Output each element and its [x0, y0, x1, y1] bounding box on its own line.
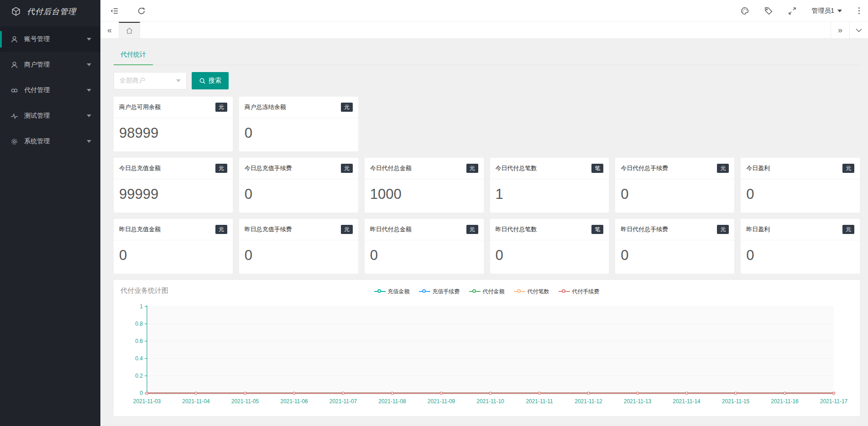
- card-title: 昨日代付总手续费: [621, 225, 668, 234]
- fullscreen-icon[interactable]: [788, 6, 797, 16]
- tabbar: « »: [100, 22, 868, 39]
- card-value: 0: [615, 240, 734, 274]
- tabs-menu-icon[interactable]: [849, 22, 868, 38]
- refresh-icon[interactable]: [137, 6, 146, 16]
- svg-text:2021-11-12: 2021-11-12: [575, 398, 602, 405]
- sidebar-item-label: 测试管理: [24, 112, 50, 120]
- stat-card: 昨日代付总手续费元 0: [615, 219, 734, 274]
- collapse-sidebar-icon[interactable]: [110, 6, 120, 16]
- svg-text:0.2: 0.2: [135, 373, 143, 379]
- legend-item[interactable]: 充值金额: [374, 288, 410, 296]
- card-title: 今日代付总金额: [370, 164, 412, 172]
- cards-row-1: 商户总可用余额元 98999 商户总冻结余额元 0: [114, 97, 860, 151]
- legend-label: 充值金额: [388, 288, 410, 296]
- stat-card: 今日代付总笔数笔 1: [490, 158, 609, 213]
- tabs-scroll-left-icon[interactable]: «: [100, 22, 119, 38]
- card-value: 0: [490, 240, 609, 274]
- card-value: 0: [615, 179, 734, 213]
- tag-icon[interactable]: [764, 6, 773, 16]
- chevron-down-icon: [87, 38, 91, 41]
- sidebar-item-label: 商户管理: [24, 61, 50, 69]
- chart-title: 代付业务统计图: [120, 286, 168, 295]
- card-value: 0: [239, 240, 358, 274]
- chart-panel: 代付业务统计图 充值金额充值手续费代付金额代付笔数代付手续费 00.20.40.…: [114, 280, 860, 416]
- user-icon: [10, 36, 18, 43]
- unit-badge: 元: [717, 164, 729, 173]
- merchant-select[interactable]: 全部商户: [114, 72, 187, 89]
- main-area: 管理员1 « » 代付统计 全部商户 搜索: [100, 0, 868, 426]
- app-title: 代付后台管理: [27, 6, 76, 17]
- home-icon: [125, 27, 133, 35]
- sidebar-item-merchant[interactable]: 商户管理: [0, 52, 100, 78]
- unit-badge: 元: [717, 225, 729, 234]
- unit-badge: 元: [842, 225, 854, 234]
- chevron-down-icon: [87, 63, 91, 66]
- legend-marker-icon: [419, 289, 430, 294]
- line-chart: 00.20.40.60.812021-11-032021-11-042021-1…: [122, 302, 861, 410]
- stat-card: 今日代付总手续费元 0: [615, 158, 734, 213]
- svg-text:2021-11-13: 2021-11-13: [624, 398, 652, 405]
- svg-text:2021-11-16: 2021-11-16: [771, 398, 799, 405]
- svg-text:0: 0: [140, 390, 143, 396]
- card-title: 昨日总充值手续费: [245, 225, 292, 234]
- card-value: 99999: [114, 179, 233, 213]
- card-title: 昨日代付总金额: [370, 225, 412, 234]
- admin-menu[interactable]: 管理员1: [811, 7, 842, 15]
- svg-text:0.6: 0.6: [135, 338, 143, 344]
- stat-card: 昨日盈利元 0: [741, 219, 860, 274]
- svg-text:2021-11-14: 2021-11-14: [673, 398, 701, 405]
- unit-badge: 笔: [591, 164, 603, 173]
- card-value: 0: [741, 240, 860, 274]
- stat-card: 商户总可用余额元 98999: [114, 97, 233, 151]
- sidebar-item-system[interactable]: 系统管理: [0, 129, 100, 154]
- chevron-down-icon: [87, 114, 91, 117]
- filter-row: 全部商户 搜索: [114, 72, 860, 89]
- tabs-scroll-right-icon[interactable]: »: [831, 22, 849, 38]
- card-value: 0: [365, 240, 484, 274]
- search-button[interactable]: 搜索: [192, 72, 229, 89]
- sidebar-item-payment[interactable]: 代付管理: [0, 78, 100, 103]
- legend-marker-icon: [514, 289, 525, 294]
- legend-item[interactable]: 代付手续费: [559, 288, 600, 296]
- merchant-select-placeholder: 全部商户: [120, 77, 145, 85]
- admin-name: 管理员1: [811, 7, 834, 15]
- tab-payment-stats[interactable]: 代付统计: [114, 51, 153, 65]
- unit-badge: 元: [466, 164, 478, 173]
- svg-text:2021-11-11: 2021-11-11: [526, 398, 553, 405]
- card-value: 0: [741, 179, 860, 213]
- legend-item[interactable]: 代付金额: [469, 288, 505, 296]
- more-options-icon[interactable]: [857, 6, 862, 15]
- merchant-icon: [10, 61, 18, 69]
- legend-label: 代付金额: [483, 288, 505, 296]
- cube-icon: [11, 6, 21, 16]
- stat-card: 昨日总充值手续费元 0: [239, 219, 358, 274]
- card-value: 0: [239, 179, 358, 213]
- unit-badge: 元: [842, 164, 854, 173]
- legend-marker-icon: [374, 289, 386, 294]
- chevron-down-icon: [87, 140, 91, 143]
- unit-badge: 元: [215, 103, 227, 112]
- unit-badge: 元: [341, 225, 353, 234]
- legend-item[interactable]: 代付笔数: [514, 288, 549, 296]
- sidebar-item-account[interactable]: 账号管理: [0, 26, 100, 52]
- card-title: 昨日盈利: [746, 225, 770, 234]
- sidebar-item-label: 账号管理: [24, 35, 50, 43]
- pulse-icon: [10, 112, 18, 120]
- unit-badge: 元: [215, 225, 227, 234]
- unit-badge: 笔: [591, 225, 603, 234]
- theme-palette-icon[interactable]: [740, 6, 749, 16]
- legend-label: 代付手续费: [572, 288, 600, 296]
- link-icon: [10, 87, 18, 94]
- unit-badge: 元: [341, 103, 353, 112]
- stat-card: 今日总充值手续费元 0: [239, 158, 358, 213]
- sidebar-item-test[interactable]: 测试管理: [0, 103, 100, 129]
- topbar: 管理员1: [100, 0, 868, 22]
- chevron-down-icon: [837, 10, 842, 12]
- card-value: 0: [114, 240, 233, 274]
- svg-text:2021-11-07: 2021-11-07: [329, 398, 357, 405]
- legend-label: 充值手续费: [433, 288, 460, 296]
- stat-card: 今日总充值金额元 99999: [114, 158, 233, 213]
- legend-item[interactable]: 充值手续费: [419, 288, 460, 296]
- unit-badge: 元: [466, 225, 478, 234]
- tab-home[interactable]: [119, 22, 140, 38]
